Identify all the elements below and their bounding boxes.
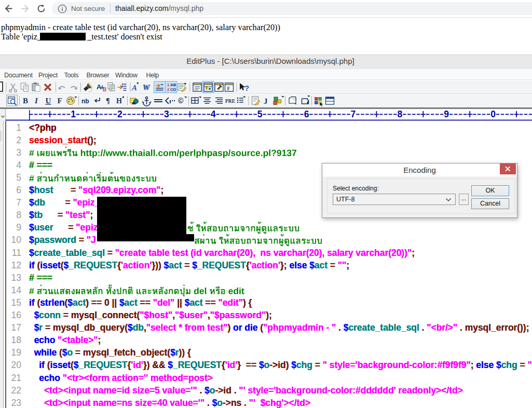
svg-text:6: 6: [304, 109, 309, 119]
svg-text:I: I: [34, 97, 38, 105]
svg-text:4: 4: [211, 109, 216, 119]
svg-text:5: 5: [257, 109, 263, 119]
svg-text:1: 1: [71, 109, 76, 119]
svg-text:3: 3: [164, 109, 169, 119]
svg-text:A: A: [131, 84, 137, 92]
svg-text:J: J: [264, 97, 268, 105]
svg-text:nb: nb: [81, 98, 89, 105]
svg-text:7: 7: [351, 109, 356, 119]
svg-text:0: 0: [490, 109, 496, 119]
svg-text:W: W: [143, 83, 151, 91]
svg-text:8: 8: [397, 109, 402, 119]
svg-text:B: B: [103, 87, 106, 92]
svg-text:¶: ¶: [106, 97, 110, 105]
svg-text:AB: AB: [170, 83, 176, 87]
svg-text:B: B: [23, 97, 28, 105]
svg-text:F: F: [227, 86, 230, 91]
svg-text:CD: CD: [170, 87, 176, 92]
svg-text:PRE: PRE: [225, 99, 235, 104]
svg-text:U: U: [46, 97, 51, 105]
svg-text:©: ©: [178, 97, 184, 105]
svg-text:1: 1: [167, 83, 170, 87]
svg-text:9: 9: [444, 109, 449, 119]
svg-text:?: ?: [244, 84, 249, 92]
svg-text:2: 2: [117, 109, 122, 119]
svg-text:H: H: [116, 97, 122, 105]
svg-text:2: 2: [167, 87, 170, 92]
svg-text:F: F: [58, 97, 62, 105]
